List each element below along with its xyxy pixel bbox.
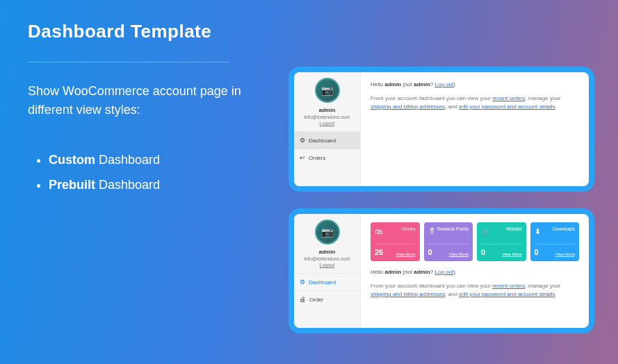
card-label: Downloads <box>553 226 575 233</box>
sidebar-email: info@extendons.com <box>304 115 350 119</box>
addresses-link[interactable]: shipping and billing addresses <box>371 291 445 297</box>
order-icon: 🖨 <box>300 296 306 303</box>
addresses-link[interactable]: shipping and billing addresses <box>371 104 445 110</box>
divider <box>28 62 229 63</box>
main-content: 🛍Orders26View More🎖Rewards Points0View M… <box>361 214 589 328</box>
sidebar-logout-link[interactable]: Logout <box>320 263 334 267</box>
card-count: 26 <box>375 247 383 258</box>
view-more-link[interactable]: View More <box>449 251 469 258</box>
camera-icon: 📷 <box>321 226 333 238</box>
recent-orders-link[interactable]: recent orders <box>492 283 525 289</box>
dashboard-preview-custom: 📷 admin info@extendons.com Logout ⚙ Dash… <box>288 67 594 192</box>
avatar: 📷 <box>315 220 340 245</box>
summary-card[interactable]: 🛒Wishlist0View More <box>477 222 526 261</box>
card-count: 0 <box>535 247 539 258</box>
dashboard-preview-prebuilt: 📷 admin info@extendons.com Logout ⚙ Dash… <box>288 208 594 333</box>
avatar: 📷 <box>315 78 340 103</box>
main-content: Hello admin (not admin? Log out) From yo… <box>361 72 589 186</box>
view-more-link[interactable]: View More <box>502 251 521 258</box>
account-details-link[interactable]: edit your password and account details <box>459 291 555 297</box>
card-count: 0 <box>428 247 432 258</box>
account-details-link[interactable]: edit your password and account details <box>459 104 555 110</box>
card-label: Orders <box>402 226 416 233</box>
bullet-item: Prebuilt Dashboard <box>49 172 257 197</box>
summary-card[interactable]: ⬇Downloads0View More <box>530 222 580 261</box>
sidebar-logout-link[interactable]: Logout <box>320 121 334 126</box>
camera-icon: 📷 <box>321 85 333 96</box>
logout-link[interactable]: Log out <box>434 269 453 275</box>
summary-cards: 🛍Orders26View More🎖Rewards Points0View M… <box>371 222 579 261</box>
sidebar-item-label: Order <box>309 297 323 303</box>
bullet-list: Custom Dashboard Prebuilt Dashboard <box>28 147 257 197</box>
summary-card[interactable]: 🎖Rewards Points0View More <box>424 222 473 261</box>
sidebar-username: admin <box>319 107 336 113</box>
hello-line: Hello admin (not admin? Log out) <box>371 81 579 89</box>
hello-line: Hello admin (not admin? Log out) <box>371 268 579 276</box>
sidebar-email: info@extendons.com <box>304 256 350 261</box>
card-icon: 🎖 <box>428 226 436 238</box>
sidebar: 📷 admin info@extendons.com Logout ⚙ Dash… <box>294 72 361 186</box>
card-label: Rewards Points <box>437 226 469 233</box>
view-more-link[interactable]: View More <box>396 251 415 258</box>
page-title: Dashboard Template <box>28 21 257 42</box>
card-count: 0 <box>481 247 485 258</box>
dashboard-icon: ⚙ <box>300 137 305 144</box>
view-more-link[interactable]: View More <box>555 251 575 258</box>
sidebar-item-order[interactable]: 🖨 Order <box>294 290 360 308</box>
card-icon: 🛍 <box>375 226 382 238</box>
recent-orders-link[interactable]: recent orders <box>492 95 525 101</box>
card-icon: 🛒 <box>481 226 491 238</box>
sidebar-item-dashboard[interactable]: ⚙ Dashboard <box>294 273 360 290</box>
card-label: Wishlist <box>506 226 521 233</box>
dashboard-text: From your account dashboard you can view… <box>371 94 579 111</box>
sidebar-item-orders[interactable]: ↩ Orders <box>294 149 360 166</box>
orders-icon: ↩ <box>300 154 305 161</box>
summary-card[interactable]: 🛍Orders26View More <box>371 222 420 261</box>
sidebar-item-dashboard[interactable]: ⚙ Dashboard <box>294 131 360 149</box>
subtitle: Show WooCommerce account page in differe… <box>28 82 257 119</box>
sidebar-item-label: Dashboard <box>309 138 336 144</box>
sidebar-item-label: Dashboard <box>309 279 336 286</box>
logout-link[interactable]: Log out <box>434 81 453 88</box>
sidebar-item-label: Orders <box>309 155 325 161</box>
dashboard-icon: ⚙ <box>300 279 305 286</box>
dashboard-text: From your account dashboard you can view… <box>371 282 579 299</box>
sidebar-username: admin <box>319 249 336 255</box>
bullet-item: Custom Dashboard <box>49 147 257 172</box>
card-icon: ⬇ <box>535 226 541 238</box>
sidebar: 📷 admin info@extendons.com Logout ⚙ Dash… <box>294 214 361 328</box>
